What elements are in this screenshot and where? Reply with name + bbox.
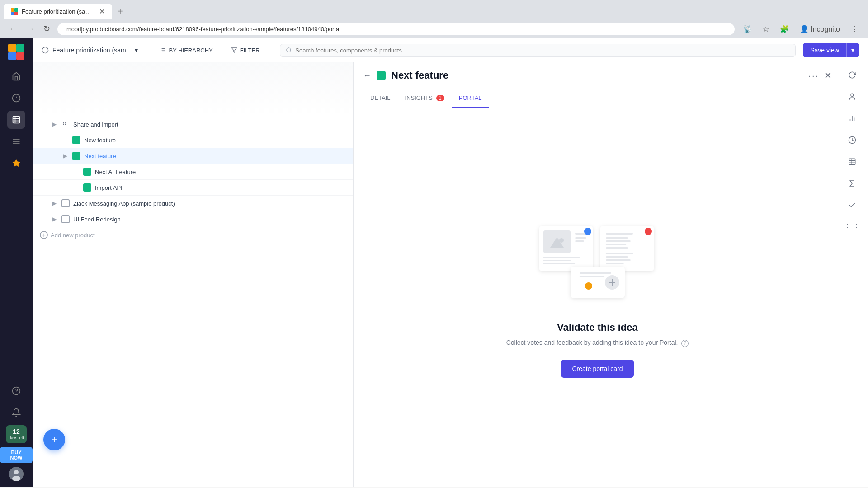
svg-point-53 [645, 228, 652, 235]
save-view-button[interactable]: Save view ▾ [803, 43, 859, 57]
add-new-label: Add new product [51, 232, 95, 239]
list-top-spacer [33, 62, 353, 117]
svg-rect-11 [13, 117, 20, 123]
trial-badge: 12 days left [6, 425, 27, 443]
tab-detail-label: DETAIL [370, 94, 391, 101]
svg-rect-3 [14, 12, 18, 15]
save-view-dropdown-icon[interactable]: ▾ [846, 43, 859, 57]
sidebar-item-features[interactable] [7, 111, 25, 129]
svg-line-32 [290, 52, 291, 52]
detail-back-button[interactable]: ← [363, 71, 371, 80]
svg-rect-56 [606, 259, 631, 261]
feature-name-share: Share and import [73, 121, 118, 128]
extensions-button[interactable]: 🧩 [777, 23, 792, 35]
create-portal-card-button[interactable]: Create portal card [561, 360, 633, 378]
tab-title: Feature prioritization (sample) [22, 8, 95, 15]
board-title[interactable]: Feature prioritization (sam... ▾ [42, 47, 138, 54]
svg-rect-4 [8, 44, 16, 52]
avatar[interactable] [9, 467, 24, 481]
filter-button[interactable]: FILTER [226, 44, 265, 56]
svg-rect-45 [543, 260, 571, 261]
new-tab-button[interactable]: + [114, 5, 127, 19]
list-item[interactable]: Next AI Feature [33, 164, 353, 180]
hierarchy-button[interactable]: BY HIERARCHY [154, 44, 218, 56]
bookmark-button[interactable]: ☆ [760, 23, 772, 35]
forward-button[interactable]: → [24, 23, 36, 36]
svg-point-39 [559, 238, 564, 243]
sidebar-item-home[interactable] [7, 67, 25, 85]
sidebar-item-help[interactable] [7, 382, 25, 400]
svg-marker-30 [231, 48, 237, 53]
green-icon-api [83, 183, 91, 192]
sidebar-bottom: 12 days left BUY NOW [0, 382, 33, 481]
no-expand-api [72, 184, 80, 191]
svg-point-33 [63, 122, 64, 123]
right-icon-dots[interactable]: ⋮⋮ [845, 220, 859, 234]
back-button[interactable]: ← [7, 23, 19, 36]
gray-box-icon-ui [61, 215, 70, 223]
feature-list: ▶ Share and import New feature ▶ [33, 62, 354, 487]
save-view-label: Save view [803, 43, 846, 57]
list-item[interactable]: Import API [33, 180, 353, 196]
list-item[interactable]: ▶ Zlack Messaging App (sample product) [33, 196, 353, 211]
right-icon-person[interactable] [845, 89, 859, 104]
sidebar-item-notifications[interactable] [7, 404, 25, 422]
green-icon-next [72, 152, 80, 160]
sidebar-item-roadmap[interactable] [7, 132, 25, 150]
right-icon-check[interactable] [845, 198, 859, 212]
toolbar: Feature prioritization (sam... ▾ | BY HI… [33, 38, 868, 62]
feature-name-ui: UI Feed Redesign [73, 216, 121, 223]
svg-point-43 [584, 228, 591, 235]
list-item[interactable]: ▶ UI Feed Redesign [33, 211, 353, 227]
detail-title-icon [377, 71, 386, 80]
tab-detail[interactable]: DETAIL [363, 89, 398, 108]
tab-insights-label: INSIGHTS [405, 94, 433, 101]
green-icon [72, 136, 80, 144]
validate-title: Validate this idea [557, 322, 638, 333]
menu-button[interactable]: ⋮ [848, 23, 861, 35]
list-item-selected[interactable]: ▶ Next feature [33, 148, 353, 164]
add-new-product[interactable]: + Add new product [33, 227, 353, 243]
right-icon-refresh[interactable] [845, 68, 859, 82]
svg-rect-41 [575, 237, 586, 239]
svg-rect-46 [543, 263, 575, 264]
feature-name-next: Next feature [84, 153, 116, 160]
app-logo[interactable] [8, 44, 24, 60]
right-icon-table[interactable] [845, 155, 859, 169]
search-input[interactable] [295, 47, 790, 54]
portal-content: Validate this idea Collect votes and fee… [354, 108, 841, 487]
list-item[interactable]: ▶ Share and import [33, 117, 353, 132]
browser-tab-active[interactable]: Feature prioritization (sample) ✕ [4, 4, 112, 19]
fab-button[interactable]: + [43, 429, 65, 450]
svg-rect-42 [575, 240, 584, 242]
toolbar-separator-1: | [145, 46, 147, 54]
feature-name-zlack: Zlack Messaging App (sample product) [73, 200, 175, 207]
help-icon[interactable]: ? [681, 340, 689, 347]
right-icon-time[interactable] [845, 133, 859, 147]
buy-now-button[interactable]: BUY NOW [0, 447, 33, 463]
profile-button[interactable]: 👤 Incognito [797, 23, 843, 35]
cast-button[interactable]: 📡 [740, 23, 755, 35]
address-bar: ← → ↻ 📡 ☆ 🧩 👤 Incognito ⋮ [0, 19, 868, 38]
list-item[interactable]: New feature [33, 132, 353, 148]
dots-icon [61, 120, 70, 128]
reload-button[interactable]: ↻ [42, 22, 52, 36]
tab-close-btn[interactable]: ✕ [99, 7, 105, 16]
svg-rect-59 [580, 272, 611, 274]
feature-name-api: Import API [95, 184, 123, 191]
no-expand-ai [72, 168, 80, 175]
sidebar-item-insights[interactable] [7, 89, 25, 107]
sidebar-item-star[interactable] [7, 154, 25, 172]
svg-rect-2 [11, 12, 14, 15]
search-box[interactable] [280, 44, 796, 57]
insights-badge: 1 [436, 95, 444, 101]
tab-bar: Feature prioritization (sample) ✕ + [0, 0, 868, 19]
detail-close-button[interactable]: ✕ [824, 70, 832, 81]
right-icon-sigma[interactable] [845, 176, 859, 191]
address-input[interactable] [57, 23, 735, 35]
tab-insights[interactable]: INSIGHTS 1 [398, 89, 452, 108]
tab-portal[interactable]: PORTAL [452, 89, 489, 108]
detail-more-button[interactable]: ··· [808, 70, 819, 81]
right-icon-chart[interactable] [845, 111, 859, 126]
feature-name-ai: Next AI Feature [95, 169, 136, 175]
